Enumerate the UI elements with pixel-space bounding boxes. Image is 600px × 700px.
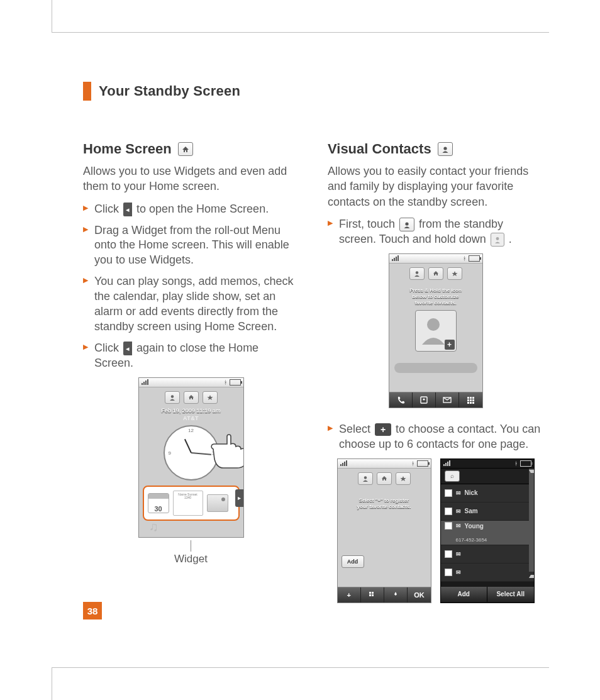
bluetooth-icon: ᚼ (224, 379, 227, 386)
contacts-tab-icon (358, 472, 373, 485)
phone-body: Press & Hold the icon below to customize… (389, 264, 482, 392)
checkbox-icon (445, 508, 452, 515)
instruction-text: Select "+" to register your favorite con… (338, 489, 431, 510)
battery-icon (469, 255, 480, 262)
phone-mock: ᚼ Feb 19, 2009 11:19 am AT&T 12 (138, 377, 244, 538)
two-column-layout: Home Screen Allows you to use Widgets an… (83, 141, 543, 603)
svg-rect-15 (467, 402, 469, 404)
dialer-icon (389, 392, 413, 408)
signal-icon (392, 255, 399, 261)
chapter-header: Your Standby Screen (83, 82, 543, 101)
step-item: Click ◂ to open the Home Screen. (83, 202, 299, 217)
signal-icon (443, 460, 450, 466)
phone-status-bar: ᚼ (139, 378, 243, 387)
phone-top-tabs (139, 387, 243, 408)
music-widget-icon: ♫ (145, 519, 163, 535)
crop-mark-bottom (52, 667, 60, 700)
step-item: Drag a Widget from the roll-out Menu ont… (83, 223, 299, 269)
contact-slot-icon (491, 233, 504, 247)
phone-mock: ᚼ Press & Hold the icon below to customi… (389, 253, 483, 408)
home-tab-icon (428, 267, 443, 280)
section-lead: Allows you to easily contact your friend… (328, 164, 543, 209)
svg-rect-12 (467, 399, 469, 401)
contacts-tab-icon (165, 391, 180, 404)
step-list: Click ◂ to open the Home Screen. Drag a … (83, 202, 299, 371)
instruction-text: Press & Hold the icon below to customize… (389, 284, 482, 306)
page-content: Your Standby Screen Home Screen Allows y… (83, 82, 543, 631)
phone-bottom-bar: + OK (338, 587, 431, 603)
section-heading-visual-contacts: Visual Contacts (328, 141, 543, 157)
step-item: Select + to choose a contact. You can ch… (328, 422, 543, 452)
phone-status-bar: ᚼ (441, 459, 534, 469)
svg-point-18 (364, 476, 366, 479)
checkbox-icon (445, 522, 452, 530)
svg-rect-20 (372, 592, 374, 594)
phone-bottom-bar (389, 392, 482, 408)
contact-icon (399, 218, 414, 231)
home-tab-icon (184, 391, 199, 404)
bluetooth-icon: ᚼ (463, 255, 466, 262)
widget-drawer-handle: ▸ (235, 489, 244, 507)
favorites-tab-icon (396, 472, 411, 485)
ok-button: OK (408, 587, 430, 603)
battery-icon (417, 460, 428, 467)
phone-carrier-text: AT&T (139, 415, 243, 421)
add-flyout-label: Add (342, 555, 364, 568)
svg-rect-11 (472, 397, 474, 399)
heading-text: Home Screen (83, 141, 172, 157)
svg-rect-21 (369, 594, 371, 596)
svg-point-5 (427, 318, 440, 331)
figure-visual-contacts-1: ᚼ Press & Hold the icon below to customi… (328, 253, 543, 411)
callout-line (191, 540, 191, 552)
favorites-tab-icon (447, 267, 462, 280)
phone-body: ⌕ ✉Nick ✉Sam ✉Young 617-452-3654 ✉ ✉ (441, 469, 534, 587)
grid-button-icon (361, 587, 384, 603)
messaging-icon (436, 392, 459, 408)
contacts-tab-icon (409, 267, 425, 280)
battery-icon (230, 379, 241, 386)
chapter-title: Your Standby Screen (99, 83, 240, 99)
left-column: Home Screen Allows you to use Widgets an… (83, 141, 299, 603)
step-list: Select + to choose a contact. You can ch… (328, 422, 543, 452)
phone-bottom-bar: Add Select All (441, 587, 534, 602)
phone-status-bar: ᚼ (338, 459, 431, 469)
svg-rect-22 (372, 594, 374, 596)
phone-top-tabs (338, 469, 431, 489)
list-item: ✉ (441, 564, 534, 582)
battery-icon (520, 460, 531, 467)
add-button: Add (441, 587, 488, 602)
svg-point-2 (405, 222, 408, 225)
page-number-badge: 38 (83, 602, 102, 619)
list-item-selected: ✉Young 617-452-3654 (441, 521, 534, 545)
manual-page: Your Standby Screen Home Screen Allows y… (0, 0, 600, 700)
figure-caption: Widget (83, 553, 299, 565)
bluetooth-icon: ᚼ (411, 460, 414, 467)
step-item: Click ◂ again to close the Home Screen. (83, 341, 299, 371)
svg-rect-13 (470, 399, 472, 401)
list-header: ⌕ (441, 469, 534, 484)
phone-mock-contact-list: ᚼ ⌕ ✉Nick ✉Sam ✉Young 617-452-3654 (440, 458, 535, 603)
svg-rect-9 (467, 397, 469, 399)
checkbox-icon (445, 489, 452, 497)
figure-pair: ᚼ Select "+" to register your favorite c… (328, 458, 543, 603)
add-plus-dark-icon: + (375, 423, 391, 436)
beach-umbrella-decor (394, 363, 477, 373)
phone-number-text: 617-452-3654 (456, 537, 530, 543)
add-plus-icon: + (445, 340, 455, 350)
search-icon: ⌕ (445, 470, 460, 482)
contacts-icon (413, 392, 436, 408)
svg-rect-19 (369, 592, 371, 594)
checkbox-icon (445, 569, 452, 576)
phone-mock-select-prompt: ᚼ Select "+" to register your favorite c… (337, 458, 431, 603)
phone-body: Feb 19, 2009 11:19 am AT&T 12 3 9 ▸ (139, 387, 243, 537)
contact-slot: + (415, 310, 457, 352)
scrollbar (529, 469, 534, 572)
step-list: First, touch from the standby screen. To… (328, 217, 543, 247)
step-item: You can play songs, add memos, check the… (83, 274, 299, 335)
person-silhouette-icon (419, 316, 447, 345)
list-item: ✉ (441, 545, 534, 564)
svg-point-3 (496, 237, 499, 240)
figure-home-screen: ᚼ Feb 19, 2009 11:19 am AT&T 12 (83, 377, 299, 565)
signal-icon (142, 379, 148, 385)
svg-rect-14 (472, 399, 474, 401)
